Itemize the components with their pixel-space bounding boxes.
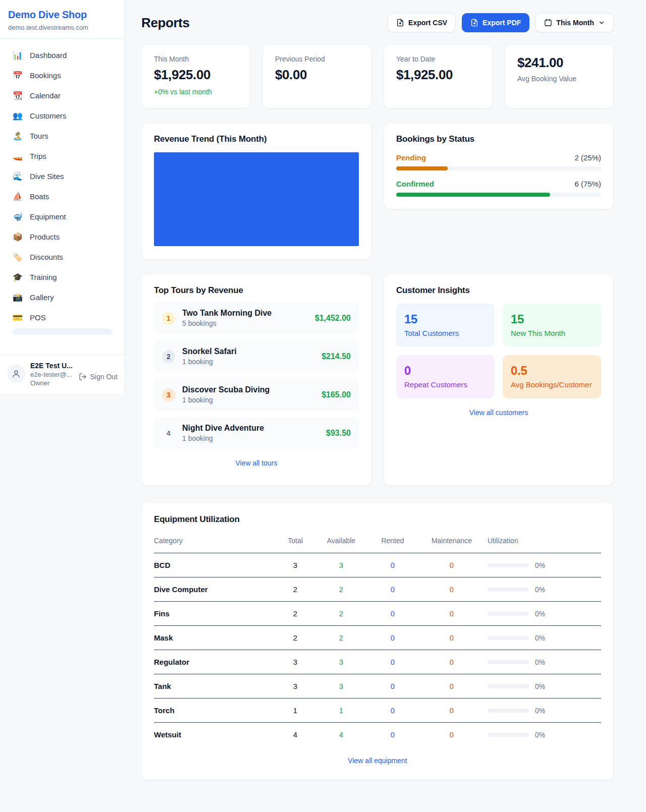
maintenance-cell: 0 (416, 699, 488, 723)
utilization-bar (488, 636, 529, 640)
revenue-trend-chart (154, 152, 359, 246)
tour-bookings: 1 booking (182, 396, 270, 404)
file-download-icon (470, 19, 478, 27)
shop-name: Demo Dive Shop (8, 9, 117, 21)
customer-insights-card: Customer Insights 15 Total Customers 15 … (384, 274, 614, 486)
sidebar-item-boats[interactable]: ⛵ Boats (6, 187, 119, 206)
tour-amount: $214.50 (321, 352, 351, 361)
table-row: Tank 3 3 0 0 0% (154, 674, 601, 699)
tour-amount: $165.00 (321, 390, 351, 399)
maintenance-cell: 0 (416, 602, 488, 626)
user-role: Owner (30, 379, 74, 387)
sidebar-item-label: Bookings (30, 71, 61, 80)
sidebar-item-label: Products (30, 233, 60, 241)
rented-cell: 0 (369, 553, 416, 577)
utilization-cell: 0% (488, 699, 601, 723)
total-cell: 2 (278, 577, 313, 602)
tour-name: Snorkel Safari (182, 347, 237, 356)
user-meta: E2E Test U... e2e-tester@... Owner (30, 362, 74, 387)
utilization-text: 0% (535, 682, 545, 690)
available-cell: 3 (313, 674, 369, 699)
maintenance-cell: 0 (416, 626, 488, 650)
insight-label: Total Customers (404, 329, 487, 337)
status-count: 2 (25%) (574, 153, 601, 162)
total-cell: 3 (278, 650, 313, 674)
rank-badge: 1 (162, 312, 175, 325)
export-csv-label: Export CSV (408, 19, 447, 27)
available-cell: 2 (313, 602, 369, 626)
stat-card-year-to-date: Year to Date $1,925.00 (384, 44, 493, 108)
tour-name: Night Dive Adventure (182, 424, 264, 433)
customer-insights-title: Customer Insights (396, 285, 601, 296)
sidebar-item-bookings[interactable]: 📅 Bookings (6, 66, 119, 85)
utilization-bar (488, 612, 529, 616)
export-pdf-button[interactable]: Export PDF (462, 13, 529, 32)
rented-cell: 0 (369, 674, 416, 699)
sidebar-item-calendar[interactable]: 📆 Calendar (6, 86, 119, 105)
tour-row: 1 Two Tank Morning Dive 5 bookings $1,45… (154, 302, 359, 334)
sidebar-item-equipment[interactable]: 🤿 Equipment (6, 207, 119, 226)
progress-track (396, 166, 601, 170)
total-cell: 2 (278, 602, 313, 626)
sign-out-label: Sign Out (90, 373, 118, 381)
sidebar-item-products[interactable]: 📦 Products (6, 227, 119, 246)
graduation-cap-icon: 🎓 (12, 273, 23, 281)
category-cell: Wetsuit (154, 723, 278, 747)
available-cell: 3 (313, 553, 369, 577)
utilization-cell: 0% (488, 650, 601, 674)
equipment-table: Category Total Available Rented Maintena… (154, 532, 601, 746)
view-all-equipment-link[interactable]: View all equipment (154, 757, 601, 765)
tour-row: 3 Discover Scuba Diving 1 booking $165.0… (154, 379, 359, 411)
insight-label: New This Month (511, 329, 593, 337)
column-header: Available (313, 532, 369, 553)
utilization-cell: 0% (488, 626, 601, 650)
export-csv-button[interactable]: Export CSV (388, 13, 456, 32)
sidebar-item-gallery[interactable]: 📸 Gallery (6, 288, 119, 307)
stat-value: $1,925.00 (396, 67, 480, 83)
top-tours-card: Top Tours by Revenue 1 Two Tank Morning … (141, 274, 371, 486)
insight-label: Repeat Customers (404, 380, 487, 389)
category-cell: Mask (154, 626, 278, 650)
sign-out-button[interactable]: Sign Out (79, 373, 118, 381)
maintenance-cell: 0 (416, 723, 488, 747)
utilization-bar (488, 684, 529, 688)
speedboat-icon: 🚤 (12, 152, 23, 160)
stat-value: $1,925.00 (154, 67, 238, 83)
tour-bookings: 5 bookings (182, 319, 272, 327)
rented-cell: 0 (369, 602, 416, 626)
sidebar-item-discounts[interactable]: 🏷️ Discounts (6, 248, 119, 266)
sidebar-item-label: Customers (30, 111, 67, 120)
sidebar-item-label: Boats (30, 192, 49, 201)
tour-bookings: 1 booking (182, 358, 237, 366)
tour-amount: $1,452.00 (315, 314, 351, 323)
column-header: Utilization (488, 532, 601, 553)
tag-icon: 🏷️ (12, 253, 23, 261)
avatar (7, 365, 25, 383)
status-count: 6 (75%) (574, 180, 601, 188)
sidebar-item-trips[interactable]: 🚤 Trips (6, 147, 119, 165)
utilization-bar (488, 563, 529, 567)
sidebar-item-pos[interactable]: 💳 POS (6, 308, 119, 327)
view-all-customers-link[interactable]: View all customers (396, 409, 601, 417)
sidebar-item-label: Trips (30, 152, 46, 160)
sidebar-item-dashboard[interactable]: 📊 Dashboard (6, 46, 119, 65)
category-cell: Dive Computer (154, 577, 278, 602)
period-dropdown[interactable]: This Month (535, 13, 614, 32)
equipment-utilization-title: Equipment Utilization (154, 514, 601, 525)
sidebar-item-dive-sites[interactable]: 🌊 Dive Sites (6, 167, 119, 186)
category-cell: BCD (154, 553, 278, 577)
period-label: This Month (556, 19, 594, 27)
sidebar-item-active-partial[interactable] (12, 328, 113, 334)
stats-row: This Month $1,925.00 +0% vs last month P… (141, 44, 614, 108)
column-header: Rented (369, 532, 416, 553)
sidebar-item-training[interactable]: 🎓 Training (6, 268, 119, 286)
sidebar-item-tours[interactable]: 🏝️ Tours (6, 127, 119, 145)
sidebar-item-customers[interactable]: 👥 Customers (6, 106, 119, 125)
rented-cell: 0 (369, 699, 416, 723)
available-cell: 2 (313, 626, 369, 650)
view-all-tours-link[interactable]: View all tours (154, 459, 359, 467)
total-cell: 4 (278, 723, 313, 747)
table-row: Mask 2 2 0 0 0% (154, 626, 601, 650)
stat-value: $0.00 (275, 67, 359, 83)
available-cell: 4 (313, 723, 369, 747)
